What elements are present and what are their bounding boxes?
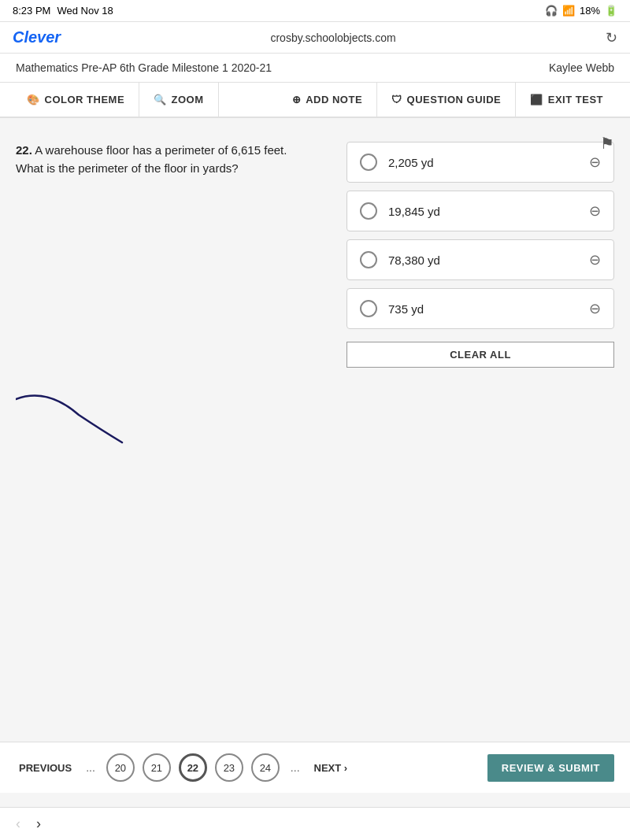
choice-b-left: 19,845 yd	[360, 202, 440, 220]
choice-d-left: 735 yd	[360, 300, 424, 317]
drawing-curve-svg	[16, 383, 126, 446]
header-bar: Clever crosby.schoolobjects.com ↻	[0, 22, 630, 54]
add-note-label: ADD NOTE	[306, 94, 362, 105]
url-display: crosby.schoolobjects.com	[270, 31, 395, 44]
status-time: 8:23 PM	[13, 5, 50, 17]
question-section: 22. A warehouse floor has a perimeter of…	[16, 134, 614, 368]
test-title: Mathematics Pre-AP 6th Grade Milestone 1…	[16, 61, 272, 74]
refresh-button[interactable]: ↻	[606, 29, 617, 46]
test-title-bar: Mathematics Pre-AP 6th Grade Milestone 1…	[0, 54, 630, 83]
choice-d-radio[interactable]	[360, 300, 377, 317]
zoom-button[interactable]: 🔍 ZOOM	[139, 83, 219, 117]
drawing-area	[16, 383, 614, 446]
zoom-icon: 🔍	[154, 94, 167, 105]
status-date: Wed Nov 18	[57, 5, 113, 17]
exit-test-icon: ⬛	[530, 94, 543, 105]
headphone-icon: 🎧	[545, 5, 558, 17]
nav-dots-right: ...	[287, 761, 303, 774]
add-note-icon: ⊕	[292, 94, 302, 105]
choice-b-text: 19,845 yd	[388, 205, 440, 218]
question-guide-icon: 🛡	[391, 94, 402, 105]
battery-text: 18%	[580, 5, 600, 17]
question-body: A warehouse floor has a perimeter of 6,6…	[16, 143, 287, 175]
choice-b-minus[interactable]: ⊖	[589, 202, 601, 220]
clever-logo: Clever	[13, 28, 61, 46]
answer-choices: 2,205 yd ⊖ 19,845 yd ⊖ 78,380 yd ⊖	[346, 142, 614, 368]
zoom-label: ZOOM	[172, 94, 204, 105]
question-guide-button[interactable]: 🛡 QUESTION GUIDE	[377, 83, 516, 117]
main-content: ⚑ 22. A warehouse floor has a perimeter …	[0, 118, 630, 669]
choice-c-minus[interactable]: ⊖	[589, 251, 601, 268]
previous-button[interactable]: PREVIOUS	[16, 756, 75, 780]
choice-a-radio[interactable]	[360, 154, 377, 171]
nav-dots-left: ...	[83, 761, 98, 774]
choice-a-minus[interactable]: ⊖	[589, 154, 601, 171]
choice-d-minus[interactable]: ⊖	[589, 300, 601, 317]
battery-icon: 🔋	[605, 5, 617, 17]
flag-button[interactable]: ⚑	[600, 134, 614, 153]
student-name: Kaylee Webb	[549, 61, 614, 74]
choice-d-text: 735 yd	[388, 302, 424, 316]
add-note-button[interactable]: ⊕ ADD NOTE	[278, 83, 377, 117]
choice-a[interactable]: 2,205 yd ⊖	[346, 142, 614, 183]
page-21[interactable]: 21	[143, 753, 171, 782]
question-number: 22.	[16, 143, 32, 157]
choice-a-text: 2,205 yd	[388, 156, 434, 169]
choice-b-radio[interactable]	[360, 202, 377, 220]
page-24[interactable]: 24	[251, 753, 280, 782]
wifi-icon: 📶	[562, 5, 575, 17]
browser-nav: ‹ ›	[0, 807, 630, 840]
toolbar: 🎨 COLOR THEME 🔍 ZOOM ⊕ ADD NOTE 🛡 QUESTI…	[0, 83, 630, 118]
page-22[interactable]: 22	[179, 753, 207, 782]
question-text: 22. A warehouse floor has a perimeter of…	[16, 142, 315, 368]
choice-a-left: 2,205 yd	[360, 154, 434, 171]
bottom-nav: PREVIOUS ... 20 21 22 23 24 ... NEXT › R…	[0, 742, 630, 793]
color-theme-button[interactable]: 🎨 COLOR THEME	[13, 83, 139, 117]
color-theme-label: COLOR THEME	[45, 94, 125, 105]
page-23[interactable]: 23	[215, 753, 243, 782]
choice-c[interactable]: 78,380 yd ⊖	[346, 239, 614, 280]
browser-forward-button[interactable]: ›	[36, 816, 41, 832]
browser-back-button[interactable]: ‹	[16, 816, 20, 832]
status-right: 🎧 📶 18% 🔋	[545, 5, 617, 17]
choice-c-text: 78,380 yd	[388, 253, 440, 267]
exit-test-button[interactable]: ⬛ EXIT TEST	[516, 83, 617, 117]
question-guide-label: QUESTION GUIDE	[407, 94, 502, 105]
choice-b[interactable]: 19,845 yd ⊖	[346, 191, 614, 231]
exit-test-label: EXIT TEST	[548, 94, 603, 105]
review-submit-button[interactable]: REVIEW & SUBMIT	[487, 754, 614, 782]
choice-c-radio[interactable]	[360, 251, 377, 268]
choice-d[interactable]: 735 yd ⊖	[346, 288, 614, 329]
palette-icon: 🎨	[27, 94, 40, 105]
status-bar: 8:23 PM Wed Nov 18 🎧 📶 18% 🔋	[0, 0, 630, 22]
page-20[interactable]: 20	[106, 753, 135, 782]
next-button[interactable]: NEXT ›	[311, 756, 351, 780]
choice-c-left: 78,380 yd	[360, 251, 440, 268]
clear-all-button[interactable]: CLEAR ALL	[346, 342, 614, 368]
